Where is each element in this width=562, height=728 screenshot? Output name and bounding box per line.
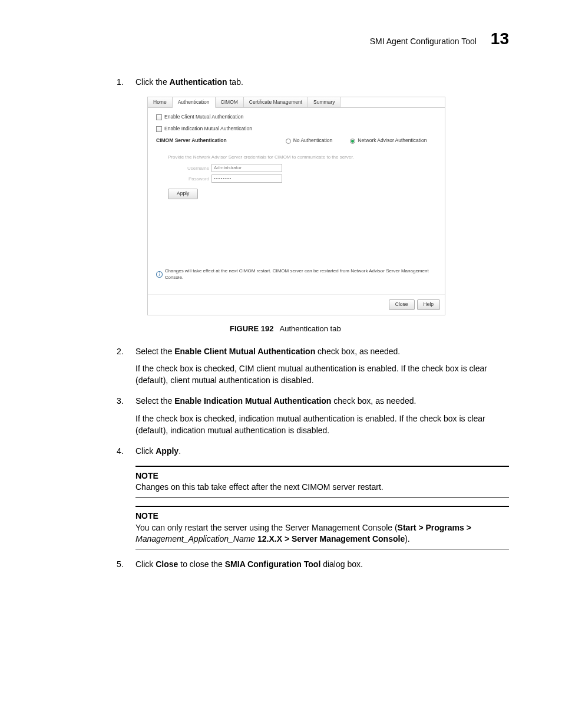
step-4: 4. Click Apply. NOTE Changes on this tab… <box>135 446 509 549</box>
help-button[interactable]: Help <box>417 299 440 310</box>
step-2: 2. Select the Enable Client Mutual Authe… <box>135 346 509 387</box>
no-auth-label: No Authentication <box>293 137 333 144</box>
note-1: NOTE Changes on this tab take effect aft… <box>135 466 509 498</box>
step-5-b1: Close <box>156 559 178 569</box>
tab-summary[interactable]: Summary <box>308 97 340 108</box>
step-text-bold: Enable Client Mutual Authentication <box>174 347 315 356</box>
step-number: 3. <box>117 396 124 407</box>
username-label: Username <box>168 165 209 172</box>
credentials-hint: Provide the Network Advisor Server crede… <box>168 154 437 160</box>
enable-indication-mutual-checkbox[interactable] <box>156 126 162 132</box>
header-title: SMI Agent Configuration Tool <box>370 37 477 46</box>
note-2-post: ). <box>405 534 410 543</box>
page-header: SMI Agent Configuration Tool 13 <box>53 29 509 48</box>
step-text-post: tab. <box>227 77 243 87</box>
note-2-bold2: 12.X.X > Server Management Console <box>255 534 405 543</box>
tabbar: Home Authentication CIMOM Certificate Ma… <box>148 97 445 108</box>
step-3-para: If the check box is checked, indication … <box>135 413 509 436</box>
note-body: You can only restart the server using th… <box>135 522 509 545</box>
step-text-post: check box, as needed. <box>331 396 416 406</box>
note-2-italic: Management_Application_Name <box>135 534 255 543</box>
note-body: Changes on this tab take effect after th… <box>135 482 509 493</box>
password-label: Password <box>168 176 209 182</box>
step-1: 1. Click the Authentication tab. Home Au… <box>135 77 509 334</box>
step-number: 2. <box>117 346 124 358</box>
enable-indication-mutual-label: Enable Indication Mutual Authentication <box>164 126 252 133</box>
figure-caption: FIGURE 192 Authentication tab <box>230 324 509 334</box>
tab-home[interactable]: Home <box>148 97 173 108</box>
step-text-pre: Click <box>135 446 156 456</box>
step-text-pre: Select the <box>135 347 174 356</box>
step-text-bold: Apply <box>156 446 178 456</box>
note-2-bold1: Start > Programs > <box>398 523 471 532</box>
cimom-server-auth-label: CIMOM Server Authentication <box>156 137 227 144</box>
step-5: 5. Click Close to close the SMIA Configu… <box>135 559 509 571</box>
step-text-bold: Authentication <box>170 77 227 87</box>
chapter-number: 13 <box>491 29 509 48</box>
step-2-para: If the check box is checked, CIM client … <box>135 363 509 386</box>
step-5-b2: SMIA Configuration Tool <box>225 559 321 569</box>
enable-client-mutual-label: Enable Client Mutual Authentication <box>164 114 243 121</box>
note-2: NOTE You can only restart the server usi… <box>135 506 509 549</box>
close-button[interactable]: Close <box>389 299 415 310</box>
step-number: 5. <box>117 559 124 571</box>
network-advisor-auth-label: Network Advisor Authentication <box>358 137 427 144</box>
step-5-t3: dialog box. <box>320 559 363 569</box>
note-title: NOTE <box>135 510 509 522</box>
step-5-t2: to close the <box>178 559 224 569</box>
info-text: Changes will take effect at the next CIM… <box>165 268 437 281</box>
enable-client-mutual-checkbox[interactable] <box>156 114 162 120</box>
tab-authentication[interactable]: Authentication <box>173 97 216 108</box>
info-icon: i <box>156 271 163 278</box>
screenshot-window: Home Authentication CIMOM Certificate Ma… <box>147 97 445 315</box>
step-text-post: check box, as needed. <box>315 347 400 356</box>
step-text-pre: Select the <box>135 396 174 406</box>
step-text-post: . <box>178 446 181 456</box>
note-title: NOTE <box>135 470 509 482</box>
password-field[interactable]: •••••••• <box>211 174 282 183</box>
figure-label: FIGURE 192 <box>230 324 273 333</box>
step-3: 3. Select the Enable Indication Mutual A… <box>135 396 509 436</box>
step-number: 4. <box>117 446 124 457</box>
step-5-t1: Click <box>135 559 156 569</box>
note-2-pre: You can only restart the server using th… <box>135 523 398 532</box>
figure-caption-text: Authentication tab <box>280 324 341 333</box>
step-number: 1. <box>117 77 124 88</box>
username-field[interactable]: Administrator <box>211 164 282 172</box>
tab-cert-mgmt[interactable]: Certificate Management <box>244 97 308 108</box>
step-text-pre: Click the <box>135 77 170 87</box>
step-text-bold: Enable Indication Mutual Authentication <box>174 396 331 406</box>
tab-cimom[interactable]: CIMOM <box>216 97 244 108</box>
network-advisor-auth-radio[interactable] <box>350 139 355 144</box>
no-auth-radio[interactable] <box>286 139 291 144</box>
apply-button[interactable]: Apply <box>168 189 198 199</box>
